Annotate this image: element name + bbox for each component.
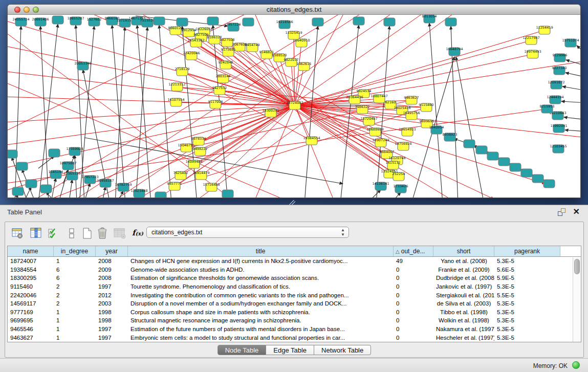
network-node-teal[interactable] <box>155 192 166 198</box>
cell-year[interactable]: 1998 <box>96 317 128 323</box>
network-node-yellow[interactable]: 1615132 <box>386 161 401 169</box>
cell-out_de[interactable]: 0 <box>394 309 433 315</box>
network-node-yellow[interactable]: 7625402 <box>173 171 188 180</box>
network-node-teal[interactable] <box>543 180 555 188</box>
cell-in_degree[interactable]: 1 <box>54 258 96 264</box>
cell-title[interactable]: Embryonic stem cells: a model to study s… <box>128 335 394 341</box>
network-node-teal[interactable]: 7957224 <box>226 23 241 31</box>
network-node-teal[interactable]: 17957223 <box>81 175 98 184</box>
network-node-teal[interactable]: 16648794 <box>446 47 463 56</box>
network-node-teal[interactable]: 10655287 <box>67 16 84 25</box>
column-header-short[interactable]: short <box>433 246 494 256</box>
table-row[interactable]: 1830029562008Estimation of significance … <box>8 274 581 282</box>
table-row[interactable]: 946554611997Estimation of the future num… <box>8 325 581 334</box>
cell-short[interactable]: Dudbridge et al. (2008) <box>433 275 494 281</box>
network-node-yellow[interactable]: 9427552 <box>212 86 227 95</box>
cell-short[interactable]: Nakamura et al. (1997) <box>433 326 494 332</box>
cell-title[interactable]: Estimation of the future numbers of pati… <box>128 326 394 332</box>
network-node-yellow[interactable]: 2718129 <box>175 67 190 76</box>
cell-out_de[interactable]: 0 <box>394 275 433 281</box>
cell-title[interactable]: Structural magnetic resonance image aver… <box>128 317 394 323</box>
network-node-teal[interactable]: 1640954 <box>429 125 444 134</box>
cell-pagerank[interactable]: 5.3E-5 <box>494 326 560 332</box>
network-node-yellow[interactable]: 2803144 <box>216 74 231 83</box>
network-node-yellow[interactable]: 18907249 <box>372 138 389 147</box>
network-node-teal[interactable] <box>177 18 188 26</box>
delete-trash-icon[interactable] <box>95 226 110 240</box>
cell-short[interactable]: Yano et al. (2008) <box>433 258 494 264</box>
network-node-teal[interactable]: 10975887 <box>59 161 76 170</box>
network-node-teal[interactable]: 12505135 <box>63 171 80 180</box>
table-settings-icon[interactable] <box>10 226 25 240</box>
column-header-name[interactable]: name <box>8 246 54 256</box>
network-node-teal[interactable] <box>52 16 63 24</box>
network-node-yellow[interactable]: 9117004 <box>208 100 223 108</box>
function-builder-icon[interactable]: f(x) <box>132 228 146 243</box>
network-node-teal[interactable]: 11923448 <box>130 189 147 198</box>
cell-in_degree[interactable]: 6 <box>54 267 96 273</box>
new-document-icon[interactable] <box>80 226 94 240</box>
network-node-teal[interactable]: 24055724 <box>12 17 29 26</box>
network-node-yellow[interactable]: 19974493 <box>524 50 541 58</box>
column-header-title[interactable]: title <box>128 246 394 256</box>
cell-out_de[interactable]: 0 <box>394 326 433 332</box>
network-node-teal[interactable] <box>8 150 17 158</box>
cell-in_degree[interactable]: 1 <box>54 326 96 332</box>
cell-short[interactable]: Hescheler et al. (1997) <box>433 335 494 341</box>
cell-out_de[interactable]: 0 <box>394 267 433 273</box>
network-node-teal[interactable] <box>445 18 456 26</box>
column-header-year[interactable]: year <box>96 246 128 256</box>
network-node-teal[interactable]: 9227343 <box>552 66 567 75</box>
network-node-yellow[interactable]: 9175685 <box>221 48 236 56</box>
cell-in_degree[interactable]: 6 <box>54 275 96 281</box>
cell-year[interactable]: 2012 <box>96 292 128 298</box>
cell-name[interactable]: 9115460 <box>8 283 54 290</box>
network-node-teal[interactable]: 16782759 <box>115 183 132 191</box>
network-node-yellow[interactable]: 9115460 <box>419 103 434 112</box>
table-row[interactable]: 1938455462009Genome-wide association stu… <box>8 266 581 274</box>
cell-out_de[interactable]: 0 <box>394 317 433 323</box>
network-node-yellow[interactable]: 16914479 <box>192 171 209 180</box>
cell-out_de[interactable]: 49 <box>394 258 433 264</box>
cell-name[interactable]: 9465546 <box>8 326 54 332</box>
network-node-teal[interactable]: 8813054 <box>422 15 437 23</box>
tab-network-table[interactable]: Network Table <box>314 345 371 355</box>
network-node-teal[interactable] <box>353 17 364 25</box>
table-row[interactable]: 1456911722003Disruption of a novel membe… <box>8 299 581 308</box>
column-header-pagerank[interactable]: pagerank <box>494 246 560 256</box>
network-node-yellow[interactable]: 7986322 <box>355 105 370 114</box>
network-node-yellow[interactable]: 19384554 <box>303 136 320 145</box>
network-node-teal[interactable]: 1527602 <box>87 17 102 26</box>
network-node-teal[interactable] <box>222 190 233 198</box>
cell-name[interactable]: 18724007 <box>8 258 54 264</box>
cell-short[interactable]: Jankovic et al. (1997) <box>433 283 494 290</box>
cell-in_degree[interactable]: 2 <box>54 300 96 307</box>
cell-title[interactable]: Tourette syndrome. Phenomenology and cla… <box>128 283 394 290</box>
network-node-yellow[interactable]: 1862615 <box>297 62 312 71</box>
cell-short[interactable]: Wolkin et al. (1998) <box>433 317 494 323</box>
cell-in_degree[interactable]: 1 <box>54 335 96 341</box>
network-node-teal[interactable] <box>532 174 543 183</box>
network-node-yellow[interactable]: 9498222 <box>193 147 208 156</box>
network-node-yellow[interactable]: 9242848 <box>219 60 233 69</box>
network-window-titlebar[interactable]: citations_edges.txt <box>8 5 580 15</box>
network-node-teal[interactable]: 8938923 <box>443 133 458 141</box>
network-canvas[interactable]: 1872400788601238912954182260589827509165… <box>8 15 580 198</box>
citation-network-graph[interactable]: 1872400788601238912954182260589827509165… <box>8 15 580 198</box>
tab-node-table[interactable]: Node Table <box>217 345 267 355</box>
network-node-teal[interactable]: 15992091 <box>550 124 567 133</box>
cell-pagerank[interactable]: 5.9E-5 <box>494 275 560 281</box>
network-node-teal[interactable]: 20053346 <box>74 61 91 70</box>
cell-title[interactable]: Corpus callosum shape and size in male p… <box>128 309 394 315</box>
network-node-teal[interactable] <box>510 163 521 171</box>
network-node-teal[interactable]: 10958187 <box>97 179 114 187</box>
cell-title[interactable]: Investigating the contribution of common… <box>128 292 394 298</box>
cell-short[interactable]: Tibbo et al. (1998) <box>433 309 494 315</box>
network-node-yellow[interactable]: 252254 <box>393 172 405 181</box>
network-node-teal[interactable] <box>243 18 254 26</box>
network-node-teal[interactable] <box>154 17 165 25</box>
table-row[interactable]: 969969511998Structural magnetic resonanc… <box>8 316 581 325</box>
cell-pagerank[interactable]: 5.5E-5 <box>494 292 560 298</box>
vertical-scrollbar[interactable] <box>573 257 581 342</box>
cell-year[interactable]: 1997 <box>96 283 128 290</box>
